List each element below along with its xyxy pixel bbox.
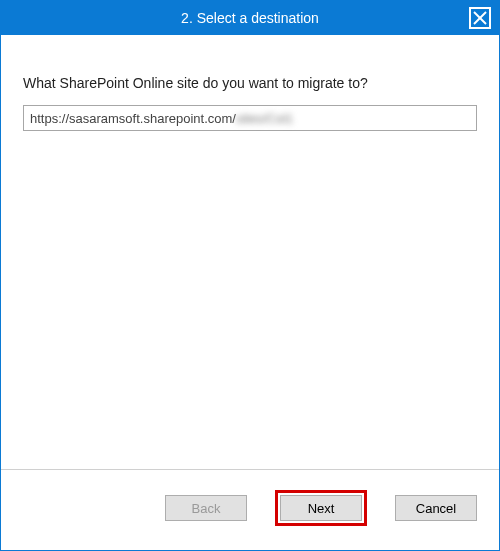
content-area: What SharePoint Online site do you want … bbox=[1, 35, 499, 469]
close-icon bbox=[469, 7, 491, 29]
question-label: What SharePoint Online site do you want … bbox=[23, 75, 477, 91]
site-url-input[interactable]: https://sasaramsoft.sharepoint.com/sites… bbox=[23, 105, 477, 131]
titlebar: 2. Select a destination bbox=[1, 1, 499, 35]
site-url-obscured: sites/Col1 bbox=[236, 111, 293, 126]
dialog-window: 2. Select a destination What SharePoint … bbox=[0, 0, 500, 551]
close-button[interactable] bbox=[467, 5, 493, 31]
next-highlight: Next bbox=[275, 490, 367, 526]
site-url-visible: https://sasaramsoft.sharepoint.com/ bbox=[30, 111, 236, 126]
dialog-title: 2. Select a destination bbox=[181, 10, 319, 26]
cancel-button[interactable]: Cancel bbox=[395, 495, 477, 521]
footer: Back Next Cancel bbox=[1, 469, 499, 550]
back-button[interactable]: Back bbox=[165, 495, 247, 521]
next-button[interactable]: Next bbox=[280, 495, 362, 521]
